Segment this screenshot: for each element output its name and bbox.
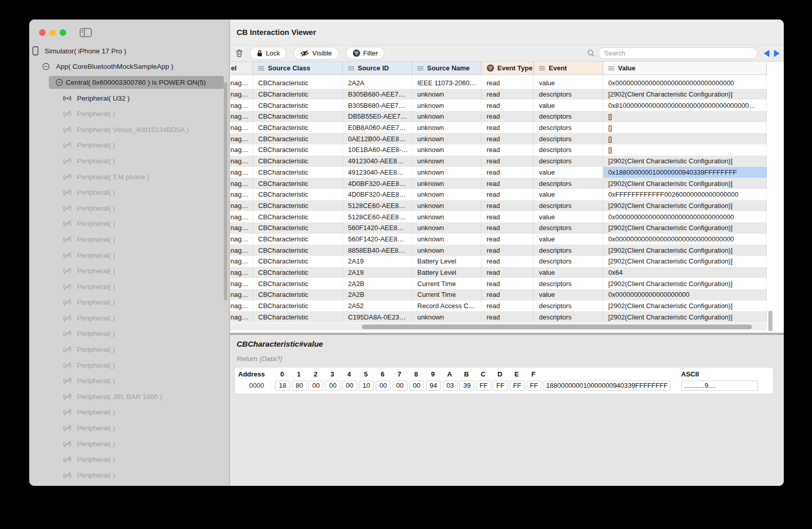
cell-source-id[interactable]: 5128CE60-AEE8… — [343, 200, 412, 212]
cell-source-id[interactable]: 2A19 — [343, 267, 412, 278]
hex-string-input[interactable]: 188000000010000000940339FFFFFFFF — [543, 381, 670, 391]
cell-event-type[interactable]: read — [481, 300, 534, 312]
cell-value[interactable]: [2902(Client Characteristic Configuratio… — [603, 300, 767, 312]
cell-source-name[interactable]: Current Time — [412, 289, 481, 300]
back-arrow-button[interactable] — [764, 50, 769, 57]
cell-event-type[interactable]: read — [481, 111, 534, 122]
sidebar-item[interactable]: Central( 0x600003300780 ) is POWER ON(5) — [29, 74, 229, 90]
cell-label[interactable]: nag… — [230, 211, 253, 222]
cell-value[interactable]: [2902(Client Characteristic Configuratio… — [603, 278, 767, 289]
cell-label[interactable]: nag… — [230, 222, 253, 234]
table-row[interactable]: nag…CBCharacteristic2A2BCurrent Timeread… — [230, 278, 767, 289]
sidebar-item[interactable]: Peripheral( ) — [29, 263, 229, 279]
cell-source-id[interactable]: 49123040-AEE8… — [343, 156, 412, 167]
trash-icon[interactable] — [235, 49, 243, 58]
column-filter-icon[interactable] — [487, 64, 494, 72]
cell-source-id[interactable]: C195DA8A-0E23… — [343, 311, 412, 323]
minimize-window-button[interactable] — [49, 29, 56, 36]
cell-event-type[interactable]: read — [481, 78, 534, 89]
cell-source-name[interactable]: unknown — [412, 222, 481, 234]
cell-source-id[interactable]: 49123040-AEE8… — [343, 167, 412, 178]
cell-event-type[interactable]: read — [481, 200, 534, 212]
cell-source-name[interactable]: unknown — [412, 200, 481, 212]
cell-source-id[interactable]: 4D0BF320-AEE8… — [343, 189, 412, 200]
cell-source-class[interactable]: CBCharacteristic — [253, 78, 343, 89]
table-row[interactable]: nag…CBCharacteristicB305B680-AEE7…unknow… — [230, 100, 767, 111]
cell-value[interactable]: [2902(Client Characteristic Configuratio… — [603, 256, 767, 267]
cell-source-name[interactable]: Record Access C… — [412, 300, 481, 312]
cell-source-name[interactable]: unknown — [412, 122, 481, 134]
cell-source-id[interactable]: B305B680-AEE7… — [343, 89, 412, 100]
cell-label[interactable]: nag… — [230, 244, 253, 256]
cell-event[interactable]: value — [534, 100, 603, 111]
table-row[interactable]: nag…CBCharacteristic5128CE60-AEE8…unknow… — [230, 211, 767, 222]
cell-source-name[interactable]: Battery Level — [412, 256, 481, 267]
cell-value[interactable]: [] — [603, 122, 767, 134]
lock-button[interactable]: Lock — [250, 47, 286, 60]
sidebar-item[interactable]: Peripheral( ) — [29, 373, 229, 389]
cell-source-name[interactable]: unknown — [412, 89, 481, 100]
table-row[interactable]: nag…CBCharacteristic560F1420-AEE8…unknow… — [230, 222, 767, 234]
horizontal-scrollbar-thumb[interactable] — [362, 325, 752, 329]
table-row[interactable]: nag…CBCharacteristic2A2AIEEE 11073-2060…… — [230, 78, 767, 89]
cell-value[interactable]: 0x00000000000000000000 — [603, 289, 767, 300]
cell-source-class[interactable]: CBCharacteristic — [253, 133, 343, 144]
cell-source-id[interactable]: 2A2A — [343, 78, 412, 89]
cell-label[interactable]: nag… — [230, 156, 253, 167]
cell-source-name[interactable]: unknown — [412, 234, 481, 245]
cell-value[interactable]: [2902(Client Characteristic Configuratio… — [603, 222, 767, 234]
cell-event-type[interactable]: read — [481, 244, 534, 256]
column-menu-icon[interactable] — [258, 66, 265, 71]
cell-label[interactable]: nag… — [230, 289, 253, 300]
cell-event[interactable]: descriptors — [534, 278, 603, 289]
table-row[interactable]: nag…CBCharacteristic8858EB40-AEE8…unknow… — [230, 244, 767, 256]
cell-source-class[interactable]: CBCharacteristic — [253, 89, 343, 100]
cell-event-type[interactable]: read — [481, 311, 534, 323]
cell-event[interactable]: value — [534, 189, 603, 200]
cell-event-type[interactable]: read — [481, 189, 534, 200]
cell-source-id[interactable]: 2A19 — [343, 256, 412, 267]
cell-label[interactable]: nag… — [230, 133, 253, 144]
column-header-source-class[interactable]: Source Class — [253, 62, 343, 74]
hex-byte-input[interactable]: 39 — [459, 381, 474, 391]
column-menu-icon[interactable] — [539, 66, 546, 71]
cell-source-class[interactable]: CBCharacteristic — [253, 278, 343, 289]
cell-source-name[interactable]: Battery Level — [412, 267, 481, 278]
cell-source-id[interactable]: 2A2B — [343, 278, 412, 289]
sidebar-item[interactable]: Peripheral( Venus_40915134BD5A ) — [29, 122, 229, 138]
cell-value[interactable]: [2902(Client Characteristic Configuratio… — [603, 311, 767, 323]
fullscreen-window-button[interactable] — [60, 29, 66, 36]
sidebar-item[interactable]: Peripheral( ) — [29, 483, 229, 486]
cell-source-id[interactable]: 2A2B — [343, 289, 412, 300]
cell-source-name[interactable]: unknown — [412, 311, 481, 323]
table-row[interactable]: nag…CBCharacteristic2A2BCurrent Timeread… — [230, 289, 767, 300]
table-row[interactable]: nag…CBCharacteristic4D0BF320-AEE8…unknow… — [230, 178, 767, 189]
cell-source-id[interactable]: 560F1420-AEE8… — [343, 222, 412, 234]
cell-event-type[interactable]: read — [481, 289, 534, 300]
cell-source-id[interactable]: 10E1BA60-AEE8-… — [343, 144, 412, 156]
cell-source-class[interactable]: CBCharacteristic — [253, 200, 343, 212]
hex-byte-input[interactable]: 03 — [443, 381, 458, 391]
hex-byte-input[interactable]: 00 — [342, 381, 357, 391]
cell-source-name[interactable]: Current Time — [412, 278, 481, 289]
column-header-event[interactable]: Event — [534, 62, 603, 74]
sidebar-item[interactable]: Peripheral( ) — [29, 279, 229, 295]
cell-source-class[interactable]: CBCharacteristic — [253, 156, 343, 167]
table-row[interactable]: nag…CBCharacteristic49123040-AEE8…unknow… — [230, 156, 767, 167]
column-header-label[interactable]: el — [230, 62, 253, 74]
sidebar-item[interactable]: Peripheral( ) — [29, 342, 229, 357]
table-row[interactable]: nag…CBCharacteristic10E1BA60-AEE8-…unkno… — [230, 144, 767, 156]
cell-event-type[interactable]: read — [481, 178, 534, 189]
sidebar-item[interactable]: Peripheral( ) — [29, 405, 229, 421]
cell-event[interactable]: descriptors — [534, 222, 603, 234]
cell-value[interactable]: 0x810000000000000000000000000000000000… — [603, 100, 767, 111]
cell-event[interactable]: descriptors — [534, 111, 603, 122]
cell-value[interactable]: 0x00000000000000000000000000000000 — [603, 211, 767, 222]
cell-label[interactable]: nag… — [230, 167, 253, 178]
cell-label[interactable]: nag… — [230, 111, 253, 122]
sidebar-item[interactable]: Peripheral( ) — [29, 216, 229, 232]
cell-source-class[interactable]: CBCharacteristic — [253, 222, 343, 234]
cell-source-name[interactable]: unknown — [412, 211, 481, 222]
cell-label[interactable]: nag… — [230, 267, 253, 278]
cell-source-name[interactable]: IEEE 11073-2060… — [412, 78, 481, 89]
